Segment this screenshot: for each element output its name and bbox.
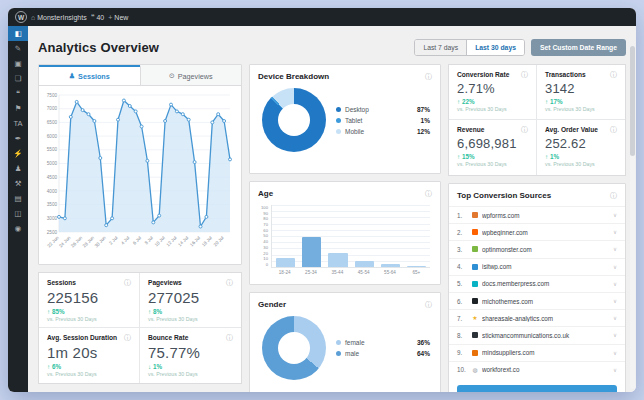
age-bar-65+ [407, 266, 426, 267]
site-favicon-icon [472, 229, 478, 235]
stat-card-conversion-rate: Conversion Rateⓘ2.71%↑ 22%vs. Previous 3… [449, 65, 537, 120]
sidebar-item-analytics[interactable]: ◫ [8, 206, 28, 221]
info-icon[interactable]: ⓘ [124, 279, 131, 286]
sidebar-item-dashboard[interactable]: ◧ [8, 26, 28, 41]
source-rank: 6. [457, 298, 468, 305]
info-icon[interactable]: ⓘ [521, 126, 528, 133]
top-conversion-sources-title: Top Conversion Sources [457, 191, 551, 200]
info-icon[interactable]: ⓘ [124, 334, 131, 341]
stat-card-bounce-rate: Bounce Rateⓘ75.77%↓ 1%vs. Previous 30 Da… [140, 328, 241, 383]
sidebar-item-media[interactable]: ▣ [8, 56, 28, 71]
gender-legend-item: female36% [336, 339, 430, 346]
chevron-down-icon[interactable]: ∨ [613, 332, 617, 338]
info-icon[interactable]: ⓘ [521, 71, 528, 78]
sidebar-item-collapse[interactable]: ◉ [8, 221, 28, 236]
browser-window: W ⌂ MonsterInsights ❝ 40 + New ◧✎▣❏❝⚑TA✒… [8, 8, 636, 392]
home-icon: ⌂ [31, 14, 35, 21]
sidebar-item-feedback[interactable]: ⚑ [8, 101, 28, 116]
chevron-down-icon[interactable]: ∨ [613, 281, 617, 287]
svg-text:4000: 4000 [47, 189, 58, 194]
svg-text:16 Jul: 16 Jul [189, 235, 201, 247]
chevron-down-icon[interactable]: ∨ [613, 350, 617, 356]
settings-icon: ▤ [14, 194, 21, 203]
stat-vs-label: vs. Previous 30 Days [47, 371, 131, 377]
source-row[interactable]: 4.isitwp.com∨ [449, 258, 625, 275]
source-row[interactable]: 5.docs.memberpress.com∨ [449, 275, 625, 292]
sidebar-item-ta-plugin[interactable]: TA [8, 116, 28, 131]
stat-label: Sessions [47, 279, 76, 286]
sidebar-item-tools[interactable]: ⚒ [8, 176, 28, 191]
info-icon[interactable]: ⓘ [226, 279, 233, 286]
tab-sessions[interactable]: ♟ Sessions [39, 65, 140, 85]
info-icon[interactable]: ⓘ [610, 71, 617, 78]
admin-bar-comments[interactable]: ❝ 40 [91, 13, 105, 21]
tab-pageviews[interactable]: ⊙ Pageviews [140, 65, 242, 85]
stat-vs-label: vs. Previous 30 Days [47, 316, 131, 322]
source-row[interactable]: 9.mindsuppliers.com∨ [449, 344, 625, 361]
view-top-conversion-sources-report-button[interactable]: View Top Conversions Sources Report [457, 385, 617, 392]
sidebar-item-appearance[interactable]: ✒ [8, 131, 28, 146]
source-row[interactable]: 3.optinmonster.com∨ [449, 240, 625, 257]
chevron-down-icon[interactable]: ∨ [613, 298, 617, 304]
legend-label: female [345, 339, 413, 346]
chevron-down-icon[interactable]: ∨ [613, 246, 617, 252]
chevron-down-icon[interactable]: ∨ [613, 264, 617, 270]
info-icon[interactable]: ⓘ [425, 190, 432, 197]
source-row[interactable]: 10.◍workforext.co∨ [449, 361, 625, 378]
chevron-down-icon[interactable]: ∨ [613, 367, 617, 373]
chevron-down-icon[interactable]: ∨ [613, 315, 617, 321]
sidebar-item-posts[interactable]: ✎ [8, 41, 28, 56]
age-tick: 100 [258, 205, 268, 210]
admin-bar-new[interactable]: + New [108, 14, 128, 21]
wp-admin-sidebar: ◧✎▣❏❝⚑TA✒⚡♟⚒▤◫◉ [8, 26, 28, 392]
sidebar-item-plugins[interactable]: ⚡ [8, 146, 28, 161]
source-row[interactable]: 2.wpbeginner.com∨ [449, 223, 625, 240]
legend-dot-icon [336, 118, 341, 123]
info-icon[interactable]: ⓘ [610, 192, 617, 199]
chevron-down-icon[interactable]: ∨ [613, 212, 617, 218]
legend-label: male [345, 350, 413, 357]
source-rank: 3. [457, 246, 468, 253]
last-30-days-button[interactable]: Last 30 days [466, 40, 524, 55]
stat-label: Revenue [457, 126, 485, 133]
stat-change: ↑ 85% [47, 308, 131, 315]
info-icon[interactable]: ⓘ [425, 301, 432, 308]
source-row[interactable]: 7.★shareasale-analytics.com∨ [449, 309, 625, 326]
age-bar-25-34 [302, 237, 321, 267]
sidebar-item-comments[interactable]: ❝ [8, 86, 28, 101]
tab-pageviews-label: Pageviews [178, 72, 213, 81]
plus-icon: + [108, 14, 112, 21]
last-7-days-button[interactable]: Last 7 days [415, 40, 466, 55]
age-bar-35-44 [328, 253, 347, 267]
sidebar-item-pages[interactable]: ❏ [8, 71, 28, 86]
source-row[interactable]: 1.wpforms.com∨ [449, 206, 625, 223]
set-custom-date-range-button[interactable]: Set Custom Date Range [531, 39, 626, 56]
stat-change: ↑ 17% [545, 98, 617, 105]
source-domain: mindsuppliers.com [482, 349, 609, 356]
svg-text:6000: 6000 [47, 134, 58, 139]
chevron-down-icon[interactable]: ∨ [613, 229, 617, 235]
info-icon[interactable]: ⓘ [425, 73, 432, 80]
svg-text:6 Jul: 6 Jul [132, 235, 142, 245]
legend-dot-icon [336, 107, 341, 112]
site-favicon-icon: ◍ [472, 367, 478, 373]
source-rank: 5. [457, 280, 468, 287]
info-icon[interactable]: ⓘ [610, 126, 617, 133]
legend-value: 36% [417, 339, 430, 346]
site-favicon-icon [472, 264, 478, 270]
stat-value: 6,698,981 [457, 136, 528, 151]
wp-admin-bar: W ⌂ MonsterInsights ❝ 40 + New [8, 8, 636, 26]
scrollbar[interactable] [630, 46, 635, 389]
sidebar-item-users[interactable]: ♟ [8, 161, 28, 176]
admin-bar-site[interactable]: ⌂ MonsterInsights [31, 14, 87, 21]
sidebar-item-settings[interactable]: ▤ [8, 191, 28, 206]
wordpress-logo-icon[interactable]: W [15, 11, 27, 23]
feedback-icon: ⚑ [15, 104, 22, 113]
info-icon[interactable]: ⓘ [226, 334, 233, 341]
scrollbar-thumb[interactable] [630, 46, 635, 156]
site-favicon-icon [472, 298, 478, 304]
source-row[interactable]: 6.michothemes.com∨ [449, 292, 625, 309]
stat-card-pageviews: Pageviewsⓘ277025↑ 8%vs. Previous 30 Days [140, 273, 241, 328]
source-row[interactable]: 8.stickmancommunications.co.uk∨ [449, 326, 625, 343]
stat-value: 1m 20s [47, 344, 131, 361]
